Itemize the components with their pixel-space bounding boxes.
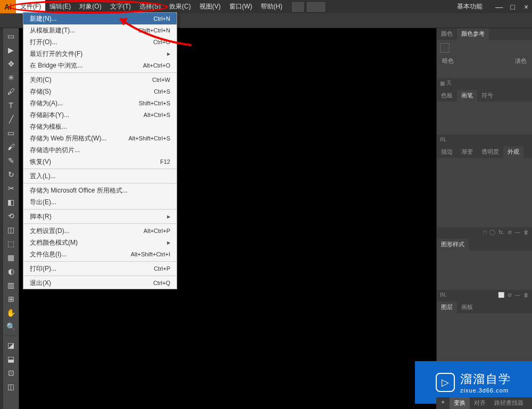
panel-foot-icon[interactable]: ◯: [489, 229, 495, 235]
tool-button[interactable]: ✎: [5, 155, 18, 166]
tool-button[interactable]: ✥: [5, 58, 18, 70]
toolbar-icon[interactable]: [292, 2, 304, 12]
tool-button[interactable]: ✋: [5, 307, 18, 319]
menu-window[interactable]: 窗口(W): [225, 0, 256, 13]
menu-view[interactable]: 视图(V): [195, 0, 225, 13]
toolbar-icon[interactable]: [307, 2, 325, 12]
panel-foot-icon[interactable]: 🗑: [523, 229, 529, 235]
maximize-button[interactable]: □: [507, 3, 519, 11]
close-button[interactable]: ×: [520, 3, 532, 11]
tool-button[interactable]: ▥: [5, 279, 18, 291]
menu-item-shortcut: Shift+Ctrl+N: [138, 27, 170, 34]
menu-item[interactable]: 从模板新建(T)...Shift+Ctrl+N: [23, 24, 177, 36]
menu-item[interactable]: 置入(L)...: [23, 170, 177, 182]
bottom-tab[interactable]: 变换: [450, 397, 470, 409]
menu-item-shortcut: Alt+Ctrl+S: [144, 112, 170, 118]
menu-item[interactable]: 存储为(A)...Shift+Ctrl+S: [23, 97, 177, 109]
tool-button[interactable]: ✳: [5, 72, 18, 84]
tool-button[interactable]: ▦: [5, 252, 18, 263]
menu-item[interactable]: 打印(P)...Ctrl+P: [23, 263, 177, 274]
menu-item[interactable]: 文件信息(I)...Alt+Shift+Ctrl+I: [23, 248, 177, 260]
menu-file[interactable]: 文件(F): [16, 0, 45, 13]
tab-swatches[interactable]: 色板: [437, 90, 457, 102]
tab-brushes[interactable]: 画笔: [457, 90, 477, 102]
menu-item[interactable]: 脚本(R): [23, 211, 177, 222]
tab-stroke[interactable]: 描边: [437, 146, 457, 158]
tab-color-guide[interactable]: 颜色参考: [457, 28, 489, 40]
panel-foot-icon[interactable]: ⊘: [508, 229, 512, 235]
menu-object[interactable]: 对象(O): [75, 0, 105, 13]
tool-button[interactable]: ⬚: [5, 238, 18, 249]
menu-item[interactable]: 新建(N)...Ctrl+N: [23, 13, 177, 24]
menu-item[interactable]: 导出(E)...: [23, 196, 177, 208]
panel-foot-icon[interactable]: fx.: [498, 229, 504, 235]
tool-button[interactable]: 🔍: [5, 321, 18, 332]
menu-help[interactable]: 帮助(H): [256, 0, 287, 13]
tool-button[interactable]: ✂: [5, 182, 18, 194]
menu-item-label: 导出(E)...: [30, 198, 56, 207]
panel-foot-icon[interactable]: —: [515, 292, 520, 298]
minimize-button[interactable]: —: [493, 3, 505, 11]
tab-symbols[interactable]: 符号: [477, 90, 497, 102]
menu-item[interactable]: 存储为 Web 所用格式(W)...Alt+Shift+Ctrl+S: [23, 132, 177, 144]
tab-layers[interactable]: 图层: [437, 302, 457, 313]
panel-foot-icon[interactable]: 🗑: [523, 292, 529, 298]
bottom-tab[interactable]: 路径查找器: [490, 397, 528, 409]
menu-item-shortcut: Ctrl+P: [154, 265, 170, 272]
tool-button[interactable]: ◫: [5, 381, 18, 393]
panel-foot-icon[interactable]: —: [515, 229, 520, 235]
tool-button[interactable]: ▶: [5, 44, 18, 56]
tool-button[interactable]: ▭: [5, 30, 18, 42]
tool-button[interactable]: ⟲: [5, 210, 18, 222]
tool-button[interactable]: ◧: [5, 196, 18, 208]
panel-foot-icon[interactable]: ⬜: [498, 292, 504, 298]
tab-transparency[interactable]: 透明度: [477, 146, 503, 158]
swatch-icon[interactable]: ▦: [440, 80, 445, 86]
bottom-panel-tabs: ✦变换对齐路径查找器: [436, 397, 532, 409]
menu-edit[interactable]: 编辑(E): [45, 0, 75, 13]
menu-item[interactable]: 存储为模板...: [23, 121, 177, 132]
menu-item[interactable]: 存储选中的切片...: [23, 144, 177, 156]
bottom-tab[interactable]: 对齐: [470, 397, 490, 409]
menu-item[interactable]: 文档设置(D)...Alt+Ctrl+P: [23, 225, 177, 237]
tool-button[interactable]: ╱: [5, 113, 18, 125]
tool-button[interactable]: ◪: [5, 339, 18, 351]
base-color-swatch[interactable]: [440, 43, 450, 53]
tool-button[interactable]: ◐: [5, 265, 18, 277]
menu-item[interactable]: 文档颜色模式(M): [23, 237, 177, 248]
tab-graphic-styles[interactable]: 图形样式: [437, 239, 469, 251]
panel-appearance: 描边 渐变 透明度 外观 □◯fx.⊘—🗑: [437, 146, 532, 237]
tool-button[interactable]: 🖌: [5, 141, 18, 153]
tab-artboards[interactable]: 画板: [457, 302, 477, 313]
tab-color[interactable]: 颜色: [437, 28, 457, 40]
menu-effect[interactable]: 效果(C): [165, 0, 195, 13]
tool-button[interactable]: ◫: [5, 224, 18, 236]
menu-item[interactable]: 存储(S)Ctrl+S: [23, 86, 177, 97]
tool-button[interactable]: ▭: [5, 127, 18, 139]
menu-item[interactable]: 恢复(V)F12: [23, 156, 177, 168]
menu-type[interactable]: 文字(T): [106, 0, 135, 13]
tool-button[interactable]: 🖋: [5, 86, 18, 97]
tab-gradient[interactable]: 渐变: [457, 146, 477, 158]
menu-item[interactable]: 退出(X)Ctrl+Q: [23, 277, 177, 289]
menu-item[interactable]: 在 Bridge 中浏览...Alt+Ctrl+O: [23, 60, 177, 71]
tool-button[interactable]: ⊞: [5, 293, 18, 305]
menu-item[interactable]: 存储副本(Y)...Alt+Ctrl+S: [23, 109, 177, 121]
menu-item[interactable]: 打开(O)...Ctrl+O: [23, 36, 177, 48]
menu-item[interactable]: 关闭(C)Ctrl+W: [23, 74, 177, 86]
menu-item[interactable]: 最近打开的文件(F): [23, 48, 177, 60]
workspace-switcher[interactable]: 基本功能: [457, 2, 483, 11]
menu-select[interactable]: 选择(S): [135, 0, 165, 13]
file-menu-dropdown: 新建(N)...Ctrl+N从模板新建(T)...Shift+Ctrl+N打开(…: [23, 12, 177, 289]
tool-button[interactable]: T: [5, 99, 18, 111]
tab-appearance[interactable]: 外观: [503, 146, 523, 158]
menu-item[interactable]: 存储为 Microsoft Office 所用格式...: [23, 185, 177, 196]
bottom-tab[interactable]: ✦: [436, 397, 450, 409]
menu-item-label: 关闭(C): [30, 76, 52, 85]
tool-button[interactable]: ↻: [5, 169, 18, 180]
tool-button[interactable]: ⬓: [5, 353, 18, 365]
panel-foot-icon[interactable]: □: [483, 229, 486, 235]
tool-button[interactable]: ⊡: [5, 367, 18, 379]
menu-item-label: 存储副本(Y)...: [30, 111, 69, 120]
panel-foot-icon[interactable]: ⊘: [508, 292, 512, 298]
